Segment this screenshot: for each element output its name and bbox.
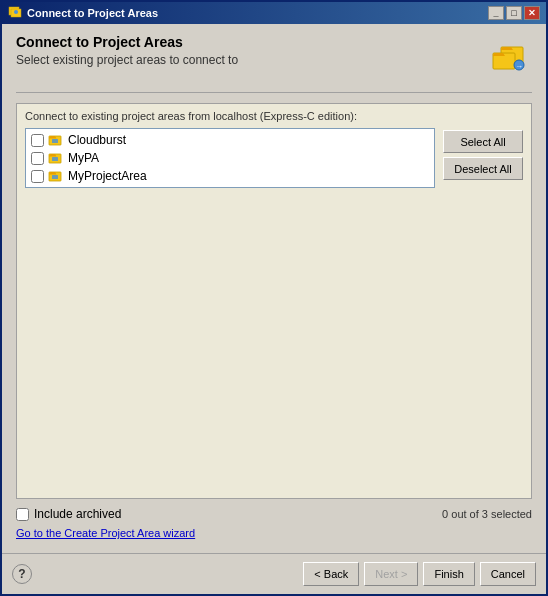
- svg-rect-10: [52, 157, 58, 161]
- header-icon: →: [484, 34, 532, 82]
- wizard-link[interactable]: Go to the Create Project Area wizard: [16, 527, 532, 539]
- list-item-checkbox[interactable]: [31, 152, 44, 165]
- window-title: Connect to Project Areas: [27, 7, 158, 19]
- window-controls: _ □ ✕: [488, 6, 540, 20]
- list-item[interactable]: Cloudburst: [28, 131, 432, 149]
- include-archived-label: Include archived: [34, 507, 121, 521]
- project-areas-list[interactable]: Cloudburst MyPA MyProjectArea: [25, 128, 435, 188]
- project-areas-group: Connect to existing project areas from l…: [16, 103, 532, 499]
- selection-status: 0 out of 3 selected: [442, 508, 532, 520]
- main-window: Connect to Project Areas _ □ ✕ Connect t…: [0, 0, 548, 596]
- list-item-checkbox[interactable]: [31, 134, 44, 147]
- svg-rect-8: [52, 139, 58, 143]
- project-area-icon: [48, 132, 64, 148]
- svg-point-2: [14, 10, 18, 14]
- list-item-checkbox[interactable]: [31, 170, 44, 183]
- project-area-icon: [48, 150, 64, 166]
- archive-row: Include archived 0 out of 3 selected: [16, 507, 532, 521]
- minimize-button[interactable]: _: [488, 6, 504, 20]
- window-icon: [8, 5, 22, 22]
- side-buttons: Select All Deselect All: [443, 128, 523, 180]
- finish-button[interactable]: Finish: [423, 562, 474, 586]
- list-item[interactable]: MyPA: [28, 149, 432, 167]
- page-title: Connect to Project Areas: [16, 34, 238, 50]
- cancel-button[interactable]: Cancel: [480, 562, 536, 586]
- footer-buttons: < Back Next > Finish Cancel: [303, 562, 536, 586]
- svg-text:→: →: [515, 62, 523, 71]
- deselect-all-button[interactable]: Deselect All: [443, 157, 523, 180]
- close-button[interactable]: ✕: [524, 6, 540, 20]
- help-button[interactable]: ?: [12, 564, 32, 584]
- list-item-label: Cloudburst: [68, 133, 126, 147]
- maximize-button[interactable]: □: [506, 6, 522, 20]
- list-item[interactable]: MyProjectArea: [28, 167, 432, 185]
- list-item-label: MyProjectArea: [68, 169, 147, 183]
- title-bar: Connect to Project Areas _ □ ✕: [2, 2, 546, 24]
- list-item-label: MyPA: [68, 151, 99, 165]
- project-area-icon: [48, 168, 64, 184]
- group-label: Connect to existing project areas from l…: [25, 110, 523, 122]
- next-button[interactable]: Next >: [364, 562, 418, 586]
- select-all-button[interactable]: Select All: [443, 130, 523, 153]
- include-archived-checkbox[interactable]: [16, 508, 29, 521]
- header-divider: [16, 92, 532, 93]
- footer: ? < Back Next > Finish Cancel: [2, 553, 546, 594]
- svg-rect-12: [52, 175, 58, 179]
- back-button[interactable]: < Back: [303, 562, 359, 586]
- archive-check-row: Include archived: [16, 507, 121, 521]
- page-subtitle: Select existing project areas to connect…: [16, 53, 238, 67]
